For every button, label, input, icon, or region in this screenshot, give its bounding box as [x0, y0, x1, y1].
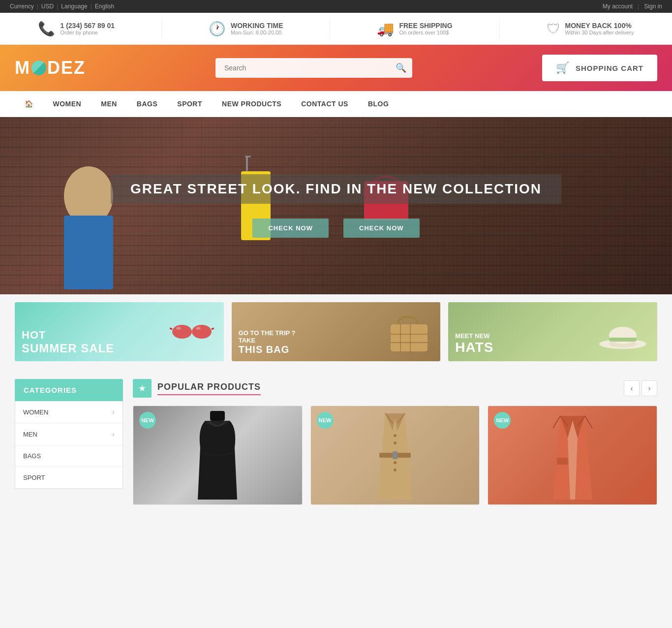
search-button[interactable]: 🔍: [390, 58, 412, 78]
info-phone: 📞 1 (234) 567 89 01 Order by phone: [38, 21, 115, 37]
sep2: |: [57, 3, 58, 10]
top-bar: Currency | USD | Language | English My a…: [0, 0, 672, 13]
categories-list: WOMEN › MEN › BAGS SPORT: [15, 401, 123, 489]
cat-bags[interactable]: BAGS: [15, 445, 122, 467]
phone-number: 1 (234) 567 89 01: [60, 22, 115, 30]
truck-icon: 🚚: [377, 21, 394, 37]
hero-content: GREAT STREET LOOK. FIND IN THE NEW COLLE…: [0, 117, 672, 294]
nav-home[interactable]: 🏠: [15, 91, 43, 117]
svg-rect-23: [210, 411, 225, 421]
chevron-women: ›: [112, 408, 115, 416]
svg-point-12: [196, 327, 201, 330]
coat-svg: [366, 408, 425, 502]
categories-title: CATEGORIES: [15, 379, 123, 401]
hat-svg: [598, 312, 647, 351]
top-bar-left: Currency | USD | Language | English: [10, 3, 114, 10]
logo-text: DEZ: [47, 58, 86, 78]
products-area: ★ POPULAR PRODUCTS ‹ › NEW: [133, 379, 657, 505]
promo-hats-label: HATS: [455, 340, 493, 355]
hero-buttons: CHECK NOW CHECK NOW: [252, 219, 419, 238]
promo-summer-label: SUMMER SALE: [22, 342, 114, 355]
cart-button[interactable]: 🛒 SHOPPING CART: [542, 55, 657, 81]
product-img-1: [133, 406, 302, 504]
dress-svg-1: [188, 408, 247, 502]
search-bar: 🔍: [215, 58, 412, 78]
promo-bag-label: THIS BAG: [239, 344, 296, 355]
main-content: CATEGORIES WOMEN › MEN › BAGS SPORT ★ PO…: [0, 369, 672, 515]
logo-m: M: [15, 58, 31, 78]
working-subtitle: Mon-Sun: 8.00-20.00: [231, 30, 283, 35]
sign-in-link[interactable]: Sign in: [644, 3, 662, 10]
svg-line-32: [585, 416, 592, 428]
svg-line-31: [553, 416, 560, 428]
svg-point-11: [176, 327, 181, 330]
nav-bags[interactable]: BAGS: [127, 91, 167, 117]
moneyback-title: MONEY BACK 100%: [565, 22, 634, 30]
promo-summer[interactable]: HOT SUMMER SALE: [15, 302, 224, 361]
search-input[interactable]: [215, 58, 412, 78]
cart-label: SHOPPING CART: [576, 64, 643, 72]
sidebar: CATEGORIES WOMEN › MEN › BAGS SPORT: [15, 379, 123, 505]
chevron-men: ›: [112, 430, 115, 438]
blazer-svg: [543, 408, 602, 502]
svg-rect-30: [557, 458, 568, 465]
working-title: WORKING TIME: [231, 22, 283, 30]
product-img-2: [311, 406, 480, 504]
popular-title-wrap: ★ POPULAR PRODUCTS: [133, 379, 261, 398]
cart-icon: 🛒: [556, 62, 570, 74]
hero-btn-2[interactable]: CHECK NOW: [343, 219, 420, 238]
logo-circle: [31, 61, 46, 75]
new-badge-2: NEW: [317, 412, 334, 429]
product-img-3: [488, 406, 657, 504]
product-card-2[interactable]: NEW: [310, 406, 480, 505]
popular-title: POPULAR PRODUCTS: [157, 382, 261, 395]
promo-summer-text: HOT SUMMER SALE: [22, 329, 114, 355]
search-icon: 🔍: [396, 63, 406, 73]
nav-sport[interactable]: SPORT: [167, 91, 212, 117]
shipping-title: FREE SHIPPING: [399, 22, 452, 30]
moneyback-subtitle: Within 30 Days after delivery: [565, 30, 634, 35]
promo-bag-text: GO TO THE TRIP ? TAKE THIS BAG: [239, 329, 296, 355]
hero-btn-1[interactable]: CHECK NOW: [252, 219, 329, 238]
info-shipping: 🚚 FREE SHIPPING On orders over 100$: [377, 21, 452, 37]
svg-point-29: [394, 469, 397, 471]
popular-next-button[interactable]: ›: [641, 380, 657, 396]
currency-value[interactable]: USD: [41, 3, 54, 10]
cat-men-label: MEN: [23, 431, 37, 438]
svg-rect-22: [609, 338, 637, 342]
phone-icon: 📞: [38, 21, 55, 37]
shipping-subtitle: On orders over 100$: [399, 30, 452, 35]
svg-line-9: [170, 328, 172, 329]
nav-men[interactable]: MEN: [91, 91, 127, 117]
logo: M DEZ: [15, 58, 86, 78]
cat-women[interactable]: WOMEN ›: [15, 401, 122, 423]
nav-blog[interactable]: BLOG: [358, 91, 398, 117]
language-label[interactable]: Language: [61, 3, 87, 10]
cat-sport[interactable]: SPORT: [15, 467, 122, 489]
svg-point-28: [394, 461, 397, 464]
product-card-3[interactable]: NEW: [488, 406, 657, 505]
sep4: |: [638, 3, 639, 10]
clock-icon: 🕐: [209, 21, 226, 37]
svg-point-6: [172, 325, 192, 339]
svg-point-27: [394, 441, 397, 444]
svg-rect-13: [391, 324, 428, 351]
promo-trip-label: GO TO THE TRIP ?: [239, 329, 296, 337]
currency-label[interactable]: Currency: [10, 3, 34, 10]
nav-women[interactable]: WOMEN: [43, 91, 92, 117]
language-value[interactable]: English: [95, 3, 114, 10]
header: M DEZ 🔍 🛒 SHOPPING CART: [0, 45, 672, 91]
nav-new-products[interactable]: NEW PRODUCTS: [212, 91, 291, 117]
promo-hats-text: MEET NEW HATS: [455, 332, 493, 355]
svg-point-26: [394, 434, 397, 437]
promo-bag[interactable]: GO TO THE TRIP ? TAKE THIS BAG: [232, 302, 441, 361]
shield-icon: 🛡: [547, 21, 560, 37]
product-card-1[interactable]: NEW: [133, 406, 303, 505]
hero-title: GREAT STREET LOOK. FIND IN THE NEW COLLE…: [111, 174, 561, 204]
cat-men[interactable]: MEN ›: [15, 423, 122, 445]
my-account-link[interactable]: My account: [603, 3, 633, 10]
popular-prev-button[interactable]: ‹: [624, 380, 640, 396]
hero-banner: GREAT STREET LOOK. FIND IN THE NEW COLLE…: [0, 117, 672, 294]
promo-hats[interactable]: MEET NEW HATS: [448, 302, 657, 361]
nav-contact-us[interactable]: CONTACT US: [291, 91, 358, 117]
